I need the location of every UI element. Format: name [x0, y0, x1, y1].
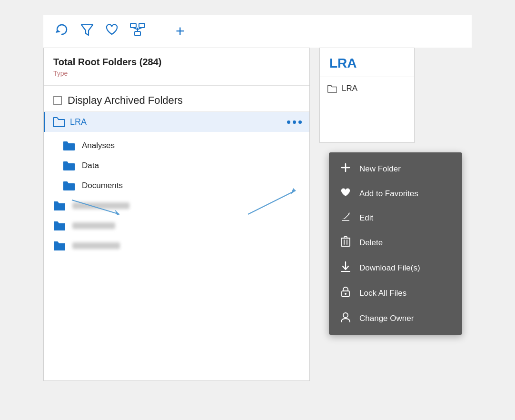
- subfolder-item[interactable]: Data: [44, 156, 309, 176]
- svg-rect-1: [130, 23, 136, 28]
- right-folder-icon: [327, 85, 337, 93]
- change-owner-label: Change Owner: [359, 314, 414, 323]
- blurred-folder-icon-1: [53, 200, 66, 211]
- context-delete[interactable]: Delete: [329, 230, 462, 255]
- svg-marker-0: [81, 25, 93, 35]
- right-item-label: LRA: [342, 84, 357, 93]
- add-favorites-label: Add to Favorites: [359, 189, 418, 199]
- dots-menu[interactable]: [287, 120, 302, 124]
- context-menu: New Folder Add to Favorites: [329, 152, 462, 335]
- panel-type-label: Type: [53, 70, 300, 77]
- folder-panel: Total Root Folders (284) Type Display Ar…: [43, 48, 310, 381]
- archive-label: Display Archived Folders: [68, 94, 183, 107]
- subfolder-list: Analyses Data Documents: [44, 132, 309, 260]
- divider: [44, 85, 309, 86]
- toolbar: +: [43, 15, 472, 48]
- refresh-icon[interactable]: [55, 22, 69, 40]
- lra-folder-icon: [53, 117, 65, 127]
- analyses-label: Analyses: [82, 141, 115, 150]
- new-folder-icon: [340, 162, 351, 175]
- context-lock[interactable]: Lock All Files: [329, 280, 462, 306]
- panel-header: Total Root Folders (284) Type: [44, 48, 309, 85]
- data-folder-icon: [63, 160, 75, 171]
- change-owner-icon: [340, 312, 351, 325]
- edit-label: Edit: [359, 213, 373, 223]
- dot-2: [293, 120, 296, 124]
- svg-rect-10: [341, 238, 350, 246]
- archive-checkbox[interactable]: [53, 96, 62, 105]
- hierarchy-icon[interactable]: [130, 23, 145, 40]
- new-folder-label: New Folder: [359, 164, 401, 174]
- download-label: Download File(s): [359, 263, 420, 273]
- svg-rect-2: [139, 23, 145, 28]
- subfolder-item[interactable]: Documents: [44, 176, 309, 196]
- blurred-item-1: [44, 196, 309, 216]
- blurred-item-3: [44, 236, 309, 256]
- add-button[interactable]: +: [176, 22, 185, 40]
- dot-1: [287, 120, 290, 124]
- add-favorites-icon: [340, 188, 351, 200]
- panel-title: Total Root Folders (284): [53, 57, 300, 68]
- analyses-folder-icon: [63, 140, 75, 151]
- svg-rect-3: [135, 31, 140, 36]
- svg-point-18: [343, 313, 348, 318]
- data-label: Data: [82, 161, 99, 170]
- blurred-folder-icon-3: [53, 240, 66, 251]
- blurred-text-2: [72, 222, 115, 229]
- lock-icon: [340, 287, 351, 300]
- lra-row[interactable]: LRA: [44, 112, 309, 132]
- right-panel-lra-item[interactable]: LRA: [320, 77, 414, 100]
- dot-3: [298, 120, 302, 124]
- main-panel: Total Root Folders (284) Type Display Ar…: [43, 48, 472, 381]
- subfolder-item[interactable]: Analyses: [44, 136, 309, 156]
- delete-icon: [340, 236, 351, 249]
- lock-label: Lock All Files: [359, 289, 406, 298]
- blurred-text-3: [72, 242, 120, 249]
- svg-point-17: [345, 293, 347, 295]
- documents-folder-icon: [63, 180, 75, 191]
- right-panel-title: LRA: [320, 48, 414, 77]
- lra-folder-name: LRA: [70, 117, 87, 127]
- delete-label: Delete: [359, 238, 383, 248]
- context-change-owner[interactable]: Change Owner: [329, 306, 462, 331]
- context-download[interactable]: Download File(s): [329, 255, 462, 280]
- context-edit[interactable]: Edit: [329, 206, 462, 230]
- favorites-icon[interactable]: [105, 23, 119, 40]
- edit-icon: [340, 212, 351, 224]
- archive-row[interactable]: Display Archived Folders: [44, 90, 309, 112]
- blurred-text-1: [72, 202, 129, 209]
- context-new-folder[interactable]: New Folder: [329, 156, 462, 181]
- blurred-item-2: [44, 216, 309, 236]
- right-panel: LRA LRA: [319, 48, 415, 143]
- filter-icon[interactable]: [80, 23, 94, 40]
- context-add-favorites[interactable]: Add to Favorites: [329, 181, 462, 206]
- documents-label: Documents: [82, 181, 123, 190]
- download-icon: [340, 261, 351, 274]
- blurred-folder-icon-2: [53, 220, 66, 231]
